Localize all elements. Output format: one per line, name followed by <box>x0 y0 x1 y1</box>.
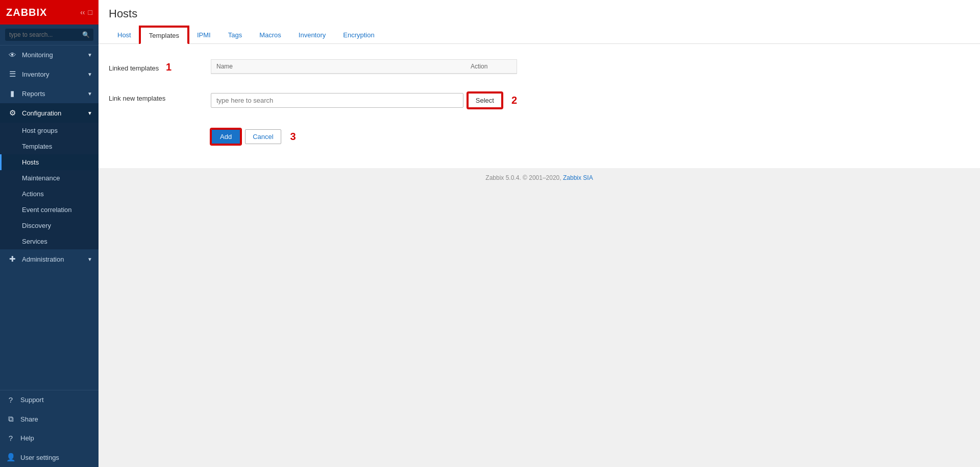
actions-spacer <box>109 127 211 129</box>
sidebar-item-actions[interactable]: Actions <box>0 186 99 202</box>
sidebar-user-settings-label: User settings <box>20 454 59 461</box>
support-icon: ? <box>6 395 15 404</box>
tab-ipmi[interactable]: IPMI <box>188 27 219 44</box>
link-new-templates-field: Select 2 <box>211 92 970 108</box>
sidebar-support-label: Support <box>20 396 44 404</box>
inventory-chevron: ▼ <box>87 72 92 77</box>
sidebar-item-reports-label: Reports <box>22 90 45 98</box>
linked-templates-row: Linked templates 1 Name Action <box>109 54 970 79</box>
tab-tags[interactable]: Tags <box>219 27 251 44</box>
sidebar-help-label: Help <box>20 434 34 442</box>
search-wrapper: 🔍 <box>5 29 93 41</box>
annotation-3: 3 <box>290 131 296 143</box>
sidebar-search-area: 🔍 <box>0 25 99 45</box>
form-actions-row: Add Cancel 3 <box>109 122 970 150</box>
sidebar-item-hosts[interactable]: Hosts <box>0 154 99 170</box>
tab-encryption[interactable]: Encryption <box>334 27 383 44</box>
tab-host[interactable]: Host <box>109 27 140 44</box>
configuration-icon: ⚙ <box>8 108 17 118</box>
content-area: Linked templates 1 Name Action Link new … <box>99 44 980 467</box>
linked-templates-label: Linked templates 1 <box>109 59 211 73</box>
sidebar-item-administration-label: Administration <box>22 255 64 263</box>
linked-templates-table: Name Action <box>211 59 517 74</box>
inventory-icon: ☰ <box>8 69 17 79</box>
logo-area: ZABBIX ‹‹ □ <box>0 0 99 25</box>
annotation-2: 2 <box>511 95 517 106</box>
user-settings-icon: 👤 <box>6 453 15 462</box>
sidebar-search-input[interactable] <box>5 29 93 41</box>
sidebar-item-monitoring-label: Monitoring <box>22 51 53 59</box>
page-header: Hosts Host Templates IPMI Tags Macros In… <box>99 0 980 44</box>
sidebar-bottom: ? Support ⧉ Share ? Help 👤 User settings <box>0 390 99 467</box>
sidebar-item-inventory[interactable]: ☰ Inventory ▼ <box>0 64 99 84</box>
logo-icon-group: ‹‹ □ <box>80 8 92 16</box>
configuration-submenu: Host groups Templates Hosts Maintenance … <box>0 123 99 249</box>
sidebar-item-event-correlation[interactable]: Event correlation <box>0 202 99 218</box>
add-button[interactable]: Add <box>211 129 241 145</box>
search-icon: 🔍 <box>82 31 90 38</box>
page-title: Hosts <box>109 7 970 20</box>
link-new-templates-label: Link new templates <box>109 92 211 102</box>
tab-macros[interactable]: Macros <box>251 27 290 44</box>
sidebar-item-user-settings[interactable]: 👤 User settings <box>0 448 99 467</box>
sidebar-item-reports[interactable]: ▮ Reports ▼ <box>0 84 99 103</box>
nav-section: 👁 Monitoring ▼ ☰ Inventory ▼ ▮ Reports ▼… <box>0 45 99 269</box>
collapse-icon[interactable]: ‹‹ <box>80 8 85 16</box>
cancel-button[interactable]: Cancel <box>245 129 281 144</box>
sidebar-item-configuration-label: Configuration <box>22 109 61 117</box>
sidebar-item-configuration[interactable]: ⚙ Configuration ▼ <box>0 103 99 123</box>
footer: Zabbix 5.0.4. © 2001–2020, Zabbix SIA <box>99 168 980 188</box>
logo-text: ZABBIX <box>6 7 47 18</box>
sidebar-item-monitoring[interactable]: 👁 Monitoring ▼ <box>0 45 99 64</box>
reports-icon: ▮ <box>8 89 17 98</box>
sidebar-item-help[interactable]: ? Help <box>0 429 99 448</box>
linked-templates-field: Name Action <box>211 59 970 74</box>
template-search-input[interactable] <box>211 93 463 108</box>
administration-icon: ✚ <box>8 254 17 264</box>
reports-chevron: ▼ <box>87 91 92 97</box>
sidebar-item-services[interactable]: Services <box>0 233 99 249</box>
configuration-chevron: ▼ <box>87 110 92 116</box>
linked-templates-header: Name Action <box>211 60 517 74</box>
main-content: Hosts Host Templates IPMI Tags Macros In… <box>99 0 980 467</box>
link-templates-input-group: Select 2 <box>211 92 517 108</box>
form-container: Linked templates 1 Name Action Link new … <box>99 44 980 168</box>
administration-chevron: ▼ <box>87 256 92 262</box>
tabs-bar: Host Templates IPMI Tags Macros Inventor… <box>109 27 970 43</box>
monitoring-icon: 👁 <box>8 51 17 59</box>
sidebar: ZABBIX ‹‹ □ 🔍 👁 Monitoring ▼ ☰ Inventory… <box>0 0 99 467</box>
link-new-templates-row: Link new templates Select 2 <box>109 87 970 113</box>
footer-link[interactable]: Zabbix SIA <box>563 174 593 181</box>
select-button[interactable]: Select <box>468 92 502 108</box>
sidebar-item-share[interactable]: ⧉ Share <box>0 409 99 429</box>
tab-inventory[interactable]: Inventory <box>290 27 334 44</box>
help-icon: ? <box>6 434 15 442</box>
tab-templates[interactable]: Templates <box>140 27 188 44</box>
form-actions: Add Cancel 3 <box>211 129 970 145</box>
sidebar-item-inventory-label: Inventory <box>22 71 49 78</box>
monitoring-chevron: ▼ <box>87 52 92 58</box>
annotation-1: 1 <box>166 61 172 73</box>
col-action-header: Action <box>465 60 517 73</box>
share-icon: ⧉ <box>6 414 15 424</box>
sidebar-item-host-groups[interactable]: Host groups <box>0 123 99 138</box>
col-name-header: Name <box>211 60 465 73</box>
sidebar-item-discovery[interactable]: Discovery <box>0 218 99 233</box>
sidebar-share-label: Share <box>20 415 38 423</box>
sidebar-item-maintenance[interactable]: Maintenance <box>0 170 99 186</box>
sidebar-item-support[interactable]: ? Support <box>0 390 99 409</box>
footer-text: Zabbix 5.0.4. © 2001–2020, Zabbix SIA <box>485 174 593 181</box>
sidebar-item-administration[interactable]: ✚ Administration ▼ <box>0 249 99 269</box>
actions-field: Add Cancel 3 <box>211 127 970 145</box>
linked-templates-label-text: Linked templates <box>109 64 159 72</box>
sidebar-item-templates[interactable]: Templates <box>0 138 99 154</box>
expand-icon[interactable]: □ <box>88 8 92 16</box>
